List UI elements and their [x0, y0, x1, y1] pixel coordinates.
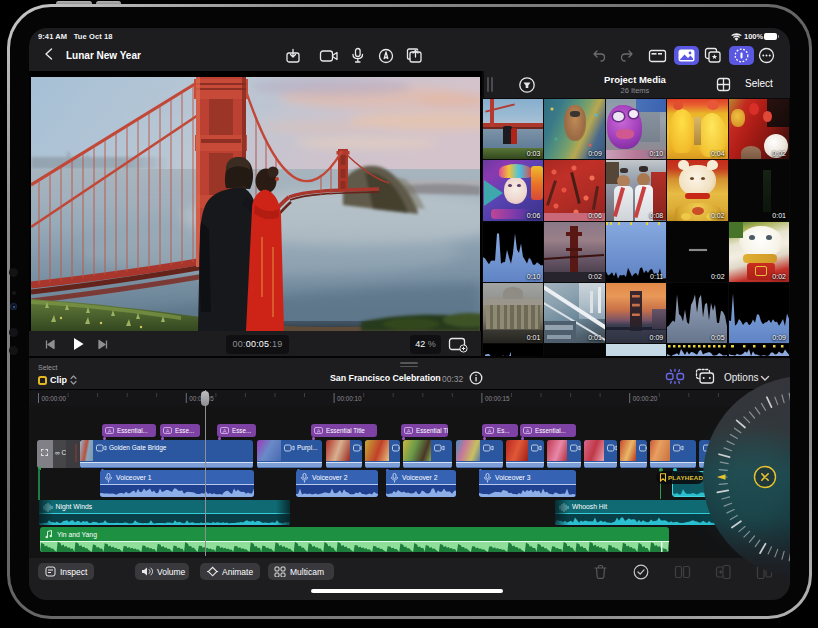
svg-text:00:00:20: 00:00:20	[633, 395, 658, 402]
svg-text:00:00:15: 00:00:15	[485, 395, 510, 402]
svg-text:00:00:25: 00:00:25	[781, 395, 791, 402]
svg-text:00:00:10: 00:00:10	[337, 395, 362, 402]
svg-text:00:00:00: 00:00:00	[42, 395, 67, 402]
